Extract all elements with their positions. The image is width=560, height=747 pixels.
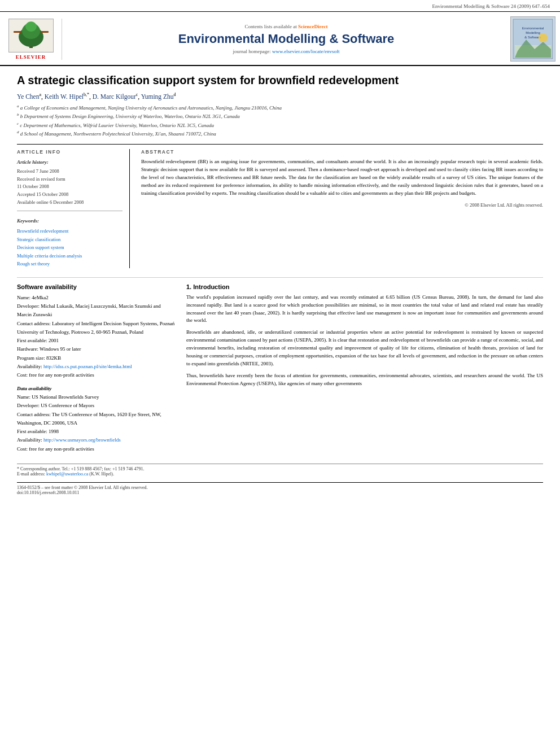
elsevier-brand-text: ELSEVIER [16, 54, 46, 60]
intro-para-2: Brownfields are abandoned, idle, or unde… [186, 329, 543, 368]
footnote-content: * Corresponding author. Tel.: +1 519 888… [17, 464, 543, 477]
sciencedirect-line: Contents lists available at ScienceDirec… [68, 24, 505, 29]
affiliation-c: c c Department of Mathematics, Wilfrid L… [17, 121, 543, 130]
keyword-4: Multiple criteria decision analysis [17, 252, 123, 260]
sw-program-size: Program size: 832KB [17, 354, 175, 362]
svg-point-4 [25, 21, 37, 32]
footer-issn: 1364-8152/$ – see front matter © 2008 El… [17, 485, 543, 490]
abstract-heading: ABSTRACT [141, 149, 543, 155]
sw-first-available: First available: 2001 [17, 337, 175, 345]
author-zhu: Yuming Zhu [141, 93, 174, 100]
copyright-line: © 2008 Elsevier Ltd. All rights reserved… [141, 202, 543, 208]
affiliations: a a College of Economics and Management,… [17, 103, 543, 138]
software-avail-heading: Software availability [17, 283, 175, 290]
software-availability-section: Software availability Name: 4eMka2 Devel… [17, 283, 175, 453]
affiliation-d: d d School of Management, Northwestern P… [17, 129, 543, 138]
data-cost: Cost: free for any non-profit activities [17, 445, 175, 453]
article-history-section: Article history: Received 7 June 2008 Re… [17, 158, 123, 211]
data-url: http://www.usmayors.org/brownfields [43, 437, 121, 443]
footnote-area: * Corresponding author. Tel.: +1 519 888… [0, 464, 560, 477]
introduction-content: The world's population increased rapidly… [186, 294, 543, 388]
sw-cost: Cost: free for any non-profit activities [17, 371, 175, 379]
footnote-author: * Corresponding author. Tel.: +1 519 888… [17, 466, 543, 471]
body-section: Software availability Name: 4eMka2 Devel… [17, 277, 543, 453]
homepage-url: www.elsevier.com/locate/envsoft [272, 49, 339, 54]
svg-text:Modelling: Modelling [526, 31, 540, 34]
abstract-text: Brownfield redevelopment (BR) is an ongo… [141, 158, 543, 198]
journal-homepage: journal homepage: www.elsevier.com/locat… [68, 49, 505, 54]
introduction-heading: 1. Introduction [186, 283, 543, 290]
main-content: A strategic classification support syste… [0, 66, 560, 459]
author-email: kwhipel@uwaterloo.ca [46, 471, 88, 477]
keyword-5: Rough set theory [17, 260, 123, 268]
sciencedirect-brand: ScienceDirect [298, 24, 327, 29]
history-available: Available online 6 December 2008 [17, 199, 123, 207]
history-revised-label: Received in revised form [17, 176, 123, 184]
footnote-email: E-mail address: kwhipel@uwaterloo.ca (K.… [17, 471, 543, 477]
journal-name: Environmental Modelling & Software [68, 32, 505, 46]
software-avail-content: Name: 4eMka2 Developer: Michal Lukasik, … [17, 294, 175, 453]
intro-para-1: The world's population increased rapidly… [186, 294, 543, 325]
elsevier-tree-logo [8, 19, 54, 53]
data-contact: Contact address: The US Conference of Ma… [17, 410, 175, 428]
keyword-1: Brownfield redevelopment [17, 227, 123, 235]
elsevier-logo-area: ELSEVIER [0, 19, 62, 60]
sw-name: Name: 4eMka2 [17, 294, 175, 302]
intro-para-3: Thus, brownfields have recently been the… [186, 372, 543, 388]
journal-title-area: Contents lists available at ScienceDirec… [62, 24, 510, 54]
history-accepted: Accepted 15 October 2008 [17, 191, 123, 199]
data-name: Name: US National Brownfields Survey [17, 393, 175, 401]
affiliation-b: b b Department of Systems Design Enginee… [17, 112, 543, 121]
author-ye-chen: Ye Chen [17, 93, 39, 100]
journal-ref-text: Environmental Modelling & Software 24 (2… [432, 3, 550, 9]
data-first-available: First available: 1998 [17, 427, 175, 436]
keyword-2: Strategic classification [17, 235, 123, 243]
authors-line: Ye Chena, Keith W. Hipelb,*, D. Marc Kil… [17, 92, 543, 100]
article-title: A strategic classification support syste… [17, 73, 543, 88]
data-availability: Availability: http://www.usmayors.org/br… [17, 436, 175, 444]
article-info-column: ARTICLE INFO Article history: Received 7… [17, 149, 130, 268]
abstract-column: ABSTRACT Brownfield redevelopment (BR) i… [141, 149, 543, 268]
sw-hardware: Hardware: Windows 95 or later [17, 345, 175, 353]
author-kilgour: D. Marc Kilgour [93, 93, 136, 100]
journal-header: ELSEVIER Contents lists available at Sci… [0, 12, 560, 66]
journal-reference: Environmental Modelling & Software 24 (2… [0, 0, 560, 12]
sw-developer: Developer: Michal Lukasik, Maciej Luszcz… [17, 302, 175, 320]
svg-text:Environmental: Environmental [522, 27, 544, 30]
page-footer: 1364-8152/$ – see front matter © 2008 El… [17, 482, 543, 495]
data-avail-heading: Data availability [17, 385, 175, 393]
article-info-heading: ARTICLE INFO [17, 149, 123, 155]
svg-point-14 [539, 33, 548, 42]
history-revised-date: 11 October 2008 [17, 183, 123, 191]
journal-cover-image: Environmental Modelling & Software [510, 16, 555, 62]
affiliation-a: a a College of Economics and Management,… [17, 103, 543, 112]
keywords-label: Keywords: [17, 217, 123, 225]
data-developer: Developer: US Conference of Mayors [17, 401, 175, 410]
keywords-section: Keywords: Brownfield redevelopment Strat… [17, 217, 123, 268]
article-info-abstract-row: ARTICLE INFO Article history: Received 7… [17, 144, 543, 268]
svg-rect-6 [41, 31, 49, 33]
sw-url: http://idss.cs.put.poznan.pl/site/4emka.… [43, 364, 132, 369]
svg-rect-5 [14, 31, 21, 33]
footer-doi: doi:10.1016/j.envsoft.2008.10.011 [17, 490, 543, 495]
keyword-3: Decision support system [17, 243, 123, 251]
history-label: Article history: [17, 158, 123, 166]
sw-contact: Contact address: Laboratory of Intellige… [17, 320, 175, 337]
introduction-section: 1. Introduction The world's population i… [186, 283, 543, 453]
history-received: Received 7 June 2008 [17, 168, 123, 176]
sw-availability: Availability: http://idss.cs.put.poznan.… [17, 362, 175, 371]
author-hipel: Keith W. Hipel [45, 93, 84, 100]
